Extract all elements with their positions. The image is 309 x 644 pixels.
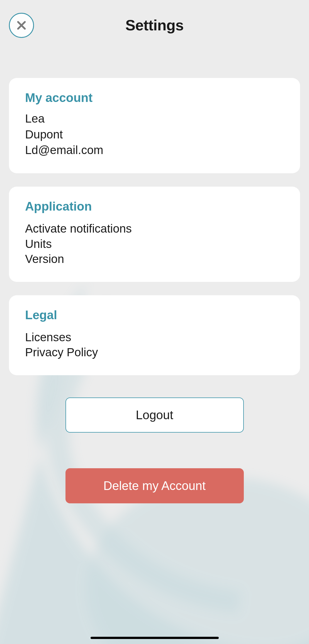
legal-card: Legal Licenses Privacy Policy: [9, 295, 300, 375]
notifications-item[interactable]: Activate notifications: [25, 221, 284, 236]
privacy-item[interactable]: Privacy Policy: [25, 345, 284, 360]
close-button[interactable]: [9, 13, 34, 38]
logout-button[interactable]: Logout: [65, 397, 244, 433]
licenses-item[interactable]: Licenses: [25, 330, 284, 345]
legal-section-title: Legal: [25, 308, 284, 322]
close-icon: [16, 19, 27, 31]
account-email: Ld@email.com: [25, 142, 284, 158]
units-item[interactable]: Units: [25, 236, 284, 252]
account-last-name: Dupont: [25, 127, 284, 143]
application-section-title: Application: [25, 199, 284, 213]
version-item[interactable]: Version: [25, 252, 284, 267]
header: Settings: [0, 0, 309, 50]
content: My account Lea Dupont Ld@email.com Appli…: [0, 50, 309, 503]
page-title: Settings: [125, 16, 184, 34]
home-indicator[interactable]: [91, 637, 219, 639]
account-first-name: Lea: [25, 111, 284, 127]
actions: Logout Delete my Account: [9, 397, 300, 503]
application-card: Application Activate notifications Units…: [9, 187, 300, 282]
account-section-title: My account: [25, 91, 284, 105]
account-card: My account Lea Dupont Ld@email.com: [9, 78, 300, 173]
delete-account-button[interactable]: Delete my Account: [65, 468, 244, 503]
